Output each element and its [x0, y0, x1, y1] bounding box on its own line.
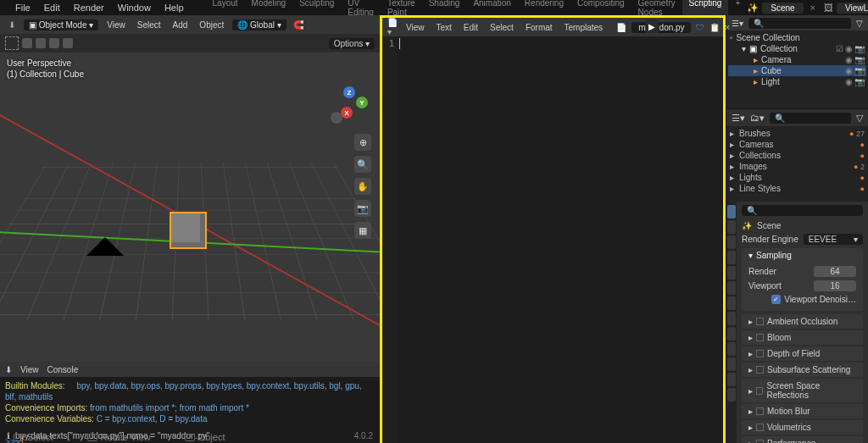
- run-script-button[interactable]: ▶: [645, 19, 659, 33]
- shading-icon-2[interactable]: [36, 38, 46, 48]
- blendfile-cat-cameras[interactable]: ▸Cameras●: [730, 139, 865, 150]
- render-icon[interactable]: 📷: [854, 44, 865, 53]
- gizmo-neg-icon[interactable]: [331, 112, 342, 124]
- prop-tab-particles[interactable]: [727, 312, 736, 325]
- panel-checkbox-icon[interactable]: [756, 440, 764, 443]
- outliner-filter-icon[interactable]: ▽: [856, 19, 863, 28]
- panel-checkbox-icon[interactable]: [756, 366, 764, 374]
- text-menu-text[interactable]: Text: [433, 22, 455, 33]
- menu-window[interactable]: Window: [111, 3, 158, 13]
- cursor-tool-icon[interactable]: [5, 36, 19, 50]
- prop-tab-texture[interactable]: [727, 388, 736, 401]
- text-editor-body[interactable]: 1: [382, 36, 723, 443]
- text-menu-templates[interactable]: Templates: [561, 22, 607, 33]
- prop-panel-depth-of-field[interactable]: ▸Depth of Field: [742, 346, 863, 361]
- scene-close-icon[interactable]: ×: [807, 3, 819, 13]
- text-filename-field[interactable]: myaddon.py: [632, 22, 691, 33]
- prop-tab-world[interactable]: [727, 266, 736, 280]
- prop-panel-subsurface-scattering[interactable]: ▸Subsurface Scattering: [742, 363, 863, 377]
- blendfile-cat-collections[interactable]: ▸Collections●: [730, 150, 865, 161]
- text-menu-select[interactable]: Select: [487, 22, 517, 33]
- blendfile-cat-lights[interactable]: ▸Lights●: [730, 172, 865, 183]
- panel-checkbox-icon[interactable]: [756, 424, 764, 431]
- text-menu-format[interactable]: Format: [522, 22, 556, 33]
- viewport-menu-add[interactable]: Add: [170, 19, 192, 30]
- prop-tab-render[interactable]: [727, 205, 736, 219]
- menu-file[interactable]: File: [8, 3, 37, 13]
- scene-datablock-row[interactable]: ✨ Scene: [742, 221, 863, 230]
- scene-selector[interactable]: ✨ Scene ×: [747, 3, 819, 14]
- prop-panel-bloom[interactable]: ▸Bloom: [742, 330, 863, 345]
- prop-tab-viewlayer[interactable]: [727, 235, 736, 249]
- mode-selector[interactable]: ▣ Object Mode ▾: [24, 19, 98, 30]
- editor-type-icon[interactable]: ⬇: [5, 18, 19, 31]
- viewport-tool-1[interactable]: 🔍: [354, 156, 371, 173]
- console-menu-console[interactable]: Console: [47, 365, 79, 374]
- eye-icon[interactable]: ◉: [845, 77, 853, 86]
- prop-panel-ambient-occlusion[interactable]: ▸Ambient Occlusion: [742, 314, 863, 329]
- panel-checkbox-icon[interactable]: [756, 318, 764, 325]
- outliner-search[interactable]: 🔍: [748, 18, 851, 29]
- text-menu-edit[interactable]: Edit: [460, 22, 481, 33]
- shading-icon-4[interactable]: [63, 38, 73, 48]
- viewport-tool-4[interactable]: ▦: [354, 222, 371, 239]
- panel-checkbox-icon[interactable]: [756, 334, 764, 341]
- snap-icon[interactable]: 🧲: [292, 18, 305, 31]
- viewport-tool-0[interactable]: ⊕: [354, 134, 371, 151]
- outliner-tree[interactable]: ▫ Scene Collection ▾ ▣ Collection ☑◉📷 ▸C…: [726, 30, 868, 108]
- cube-object[interactable]: [170, 212, 207, 249]
- viewport-menu-view[interactable]: View: [103, 19, 129, 30]
- blendfile-cat-line-styles[interactable]: ▸Line Styles●: [730, 183, 865, 194]
- prop-tab-object[interactable]: [727, 281, 736, 295]
- eye-icon[interactable]: ◉: [845, 55, 853, 64]
- text-datablock-icon[interactable]: 📄: [616, 20, 626, 34]
- unlink-text-icon[interactable]: ×: [725, 20, 730, 34]
- blendfile-list[interactable]: ▸Brushes● 27▸Cameras● ▸Collections● ▸Ima…: [726, 126, 868, 202]
- options-dropdown[interactable]: Options ▾: [329, 38, 375, 49]
- blendfile-cat-brushes[interactable]: ▸Brushes● 27: [730, 128, 865, 139]
- menu-help[interactable]: Help: [158, 3, 191, 13]
- gizmo-z-icon[interactable]: Z: [343, 86, 355, 98]
- prop-panel-volumetrics[interactable]: ▸Volumetrics: [742, 420, 863, 435]
- panel-checkbox-icon[interactable]: [756, 407, 764, 415]
- prop-tab-physics[interactable]: [727, 327, 736, 341]
- prop-tab-scene[interactable]: [727, 251, 736, 264]
- checkbox-icon[interactable]: ☑: [836, 44, 843, 53]
- sampling-header[interactable]: ▾ Sampling: [742, 248, 863, 263]
- outliner-collection[interactable]: ▾ ▣ Collection ☑◉📷: [728, 43, 866, 54]
- menu-render[interactable]: Render: [67, 3, 111, 13]
- prop-panel-motion-blur[interactable]: ▸Motion Blur: [742, 404, 863, 418]
- text-menu-view[interactable]: View: [403, 22, 428, 33]
- texteditor-type-icon[interactable]: 📄▾: [387, 20, 398, 34]
- blendfile-display-icon[interactable]: 🗂▾: [750, 113, 765, 124]
- render-icon[interactable]: 📷: [854, 66, 865, 75]
- gizmo-x-icon[interactable]: X: [341, 107, 353, 119]
- prop-tab-constraint[interactable]: [727, 342, 736, 356]
- blendfile-search[interactable]: 🔍: [770, 113, 851, 124]
- panel-checkbox-icon[interactable]: [756, 350, 764, 357]
- gizmo-y-icon[interactable]: Y: [356, 97, 368, 108]
- properties-tabs[interactable]: [726, 202, 737, 443]
- outliner-item-light[interactable]: ▸Light◉📷: [728, 76, 866, 87]
- blendfile-filter-icon[interactable]: ▽: [856, 113, 863, 124]
- blendfile-type-icon[interactable]: ☰▾: [732, 113, 745, 124]
- outliner-item-cube[interactable]: ▸Cube◉📷: [728, 65, 866, 76]
- render-icon[interactable]: 📷: [854, 55, 865, 64]
- render-samples-field[interactable]: 64: [814, 266, 856, 277]
- eye-icon[interactable]: ◉: [845, 66, 853, 75]
- navigation-gizmo[interactable]: Z Y X: [331, 86, 368, 124]
- new-text-icon[interactable]: 📋: [709, 20, 720, 34]
- console-editor-type-icon[interactable]: ⬇: [5, 365, 12, 374]
- 3d-viewport[interactable]: User Perspective (1) Collection | Cube Z…: [0, 53, 380, 362]
- console-menu-view[interactable]: View: [20, 365, 39, 374]
- viewport-tool-2[interactable]: ✋: [354, 178, 371, 195]
- viewport-samples-field[interactable]: 16: [814, 280, 856, 291]
- viewlayer-selector[interactable]: 🖼 ViewLayer ×: [824, 3, 868, 14]
- prop-tab-output[interactable]: [727, 220, 736, 234]
- scene-pin-icon[interactable]: ✨: [742, 221, 752, 230]
- viewport-menu-object[interactable]: Object: [196, 19, 227, 30]
- panel-checkbox-icon[interactable]: [756, 387, 763, 395]
- viewlayer-name-field[interactable]: ViewLayer: [837, 3, 868, 14]
- outliner-item-camera[interactable]: ▸Camera◉📷: [728, 54, 866, 65]
- prop-tab-data[interactable]: [727, 357, 736, 371]
